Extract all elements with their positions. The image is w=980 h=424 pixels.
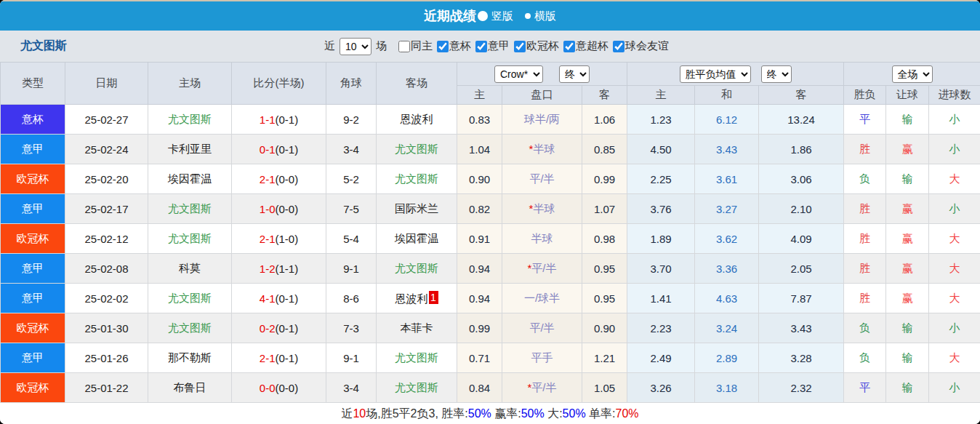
match-score: 2-1(1-0): [232, 224, 326, 254]
corner-count: 9-2: [326, 105, 377, 135]
handicap-line: 半球: [502, 224, 582, 254]
result-wdl: 负: [844, 313, 886, 343]
summary-segment: 大:: [545, 407, 563, 420]
home-odds: 0.82: [457, 194, 502, 224]
result-handicap: 赢: [886, 224, 929, 254]
match-type-badge: 意甲: [1, 343, 65, 373]
avg-away-odds: 13.24: [759, 105, 844, 135]
result-handicap: 输: [886, 105, 929, 135]
home-odds: 0.91: [457, 224, 502, 254]
match-date: 25-02-02: [65, 284, 148, 313]
layout-radio-group: 竖版 横版: [478, 9, 556, 23]
horizontal-layout-radio[interactable]: [525, 13, 531, 19]
result-handicap: 赢: [886, 284, 929, 313]
vertical-layout-label: 竖版: [491, 9, 513, 23]
match-date: 25-01-22: [65, 373, 148, 403]
competition-checkboxes: 同主意杯意甲欧冠杯意超杯球会友谊: [394, 39, 669, 53]
away-team: 埃因霍温: [377, 224, 457, 254]
corner-count: 3-4: [326, 135, 377, 164]
avg-group-header: 胜平负均值 终: [627, 63, 844, 86]
avg-draw-odds: 3.43: [695, 135, 759, 164]
avg-draw-odds: 3.62: [695, 224, 759, 254]
filter-checkbox-same-home[interactable]: [398, 41, 410, 52]
result-group-header: 全场: [844, 63, 980, 86]
filter-checkbox-super-cup[interactable]: [563, 41, 575, 52]
avg-draw-odds: 3.18: [695, 373, 759, 403]
result-goals: 小: [929, 313, 980, 343]
summary-segment: 单率:: [586, 407, 616, 420]
filter-checkbox-champions-league[interactable]: [514, 41, 526, 52]
subheader-avg-home: 主: [627, 86, 695, 105]
away-odds: 0.95: [582, 284, 627, 313]
subheader-handicap: 盘口: [502, 86, 582, 105]
away-odds: 0.90: [582, 313, 627, 343]
result-handicap: 输: [886, 373, 929, 403]
avg-away-odds: 1.86: [759, 135, 844, 164]
home-odds: 0.99: [457, 313, 502, 343]
away-odds: 0.99: [582, 164, 627, 194]
matches-label: 场: [376, 39, 387, 53]
away-team: 恩波利: [377, 105, 457, 135]
match-score: 0-1(0-1): [232, 135, 326, 164]
col-header-corner: 角球: [326, 63, 377, 105]
corner-count: 7-3: [326, 313, 377, 343]
avg-home-odds: 1.41: [627, 284, 695, 313]
result-wdl: 负: [844, 343, 886, 373]
match-score: 1-0(0-0): [232, 194, 326, 224]
avg-odds-select[interactable]: 胜平负均值: [680, 65, 751, 83]
table-row: 意甲25-02-02尤文图斯4-1(0-1)8-6恩波利10.94一/球半0.9…: [1, 284, 980, 313]
horizontal-layout-label: 横版: [534, 9, 556, 23]
filter-checkbox-club-friendly[interactable]: [613, 41, 624, 52]
summary-segment: 赢率:: [491, 407, 521, 420]
results-table: 类型 日期 主场 比分(半场) 角球 客场 Crow* 终 胜平负均值 终: [0, 62, 980, 403]
result-wdl: 平: [844, 105, 886, 135]
table-row: 欧冠杯25-02-20埃因霍温2-1(0-0)5-2尤文图斯0.90平/半0.9…: [1, 164, 980, 194]
summary-segment: 70%: [616, 407, 639, 420]
match-score: 0-0(0-0): [232, 373, 326, 403]
table-row: 欧冠杯25-02-12尤文图斯2-1(1-0)5-4埃因霍温0.91半球0.98…: [1, 224, 980, 254]
odds-group-header: Crow* 终: [457, 63, 627, 86]
filter-checkbox-coppa-italia[interactable]: [437, 41, 449, 52]
match-type-badge: 欧冠杯: [1, 224, 65, 254]
away-odds: 1.07: [582, 194, 627, 224]
fulltime-select[interactable]: 全场: [892, 65, 933, 83]
match-date: 25-01-30: [65, 313, 148, 343]
avg-draw-odds: 4.63: [695, 284, 759, 313]
home-team: 埃因霍温: [148, 164, 232, 194]
away-badge: 1: [429, 291, 438, 304]
filter-checkbox-serie-a[interactable]: [475, 41, 487, 52]
vertical-layout-radio[interactable]: [478, 11, 488, 21]
subheader-result-handicap: 让球: [886, 86, 929, 105]
summary-segment: 50%: [468, 407, 491, 420]
corner-count: 5-4: [326, 224, 377, 254]
col-header-home: 主场: [148, 63, 232, 105]
result-goals: 大: [929, 164, 980, 194]
home-team: 尤文图斯: [148, 105, 232, 135]
bookmaker-select[interactable]: Crow*: [494, 65, 543, 83]
table-row: 欧冠杯25-01-30尤文图斯0-2(0-1)7-3本菲卡0.99平/半0.90…: [1, 313, 980, 343]
result-wdl: 胜: [844, 254, 886, 284]
match-type-badge: 意甲: [1, 135, 65, 164]
match-date: 25-02-17: [65, 194, 148, 224]
home-team: 尤文图斯: [148, 313, 232, 343]
odds-time-select[interactable]: 终: [559, 65, 590, 83]
result-wdl: 胜: [844, 224, 886, 254]
subheader-result-wdl: 胜负: [844, 86, 886, 105]
corner-count: 3-4: [326, 373, 377, 403]
match-count-select[interactable]: 10: [340, 38, 371, 55]
avg-away-odds: 2.05: [759, 254, 844, 284]
handicap-line: *平/半: [502, 373, 582, 403]
away-team: 尤文图斯: [377, 135, 457, 164]
result-wdl: 平: [844, 373, 886, 403]
home-team: 尤文图斯: [148, 284, 232, 313]
avg-away-odds: 2.32: [759, 373, 844, 403]
match-date: 25-01-26: [65, 343, 148, 373]
match-score: 2-1(0-0): [232, 164, 326, 194]
table-body: 意杯25-02-27尤文图斯1-1(0-1)9-2恩波利0.83球半/两1.06…: [1, 105, 980, 403]
avg-home-odds: 2.49: [627, 343, 695, 373]
filter-checkbox-label-super-cup: 意超杯: [576, 39, 609, 53]
avg-time-select[interactable]: 终: [761, 65, 792, 83]
result-goals: 大: [929, 224, 980, 254]
away-team: 尤文图斯: [377, 254, 457, 284]
filter-checkbox-label-same-home: 同主: [411, 39, 433, 53]
